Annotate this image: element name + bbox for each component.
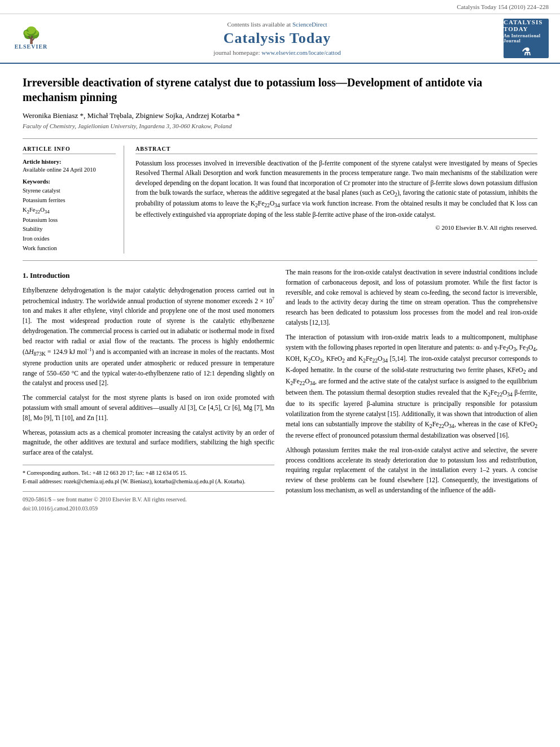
- article-info-abstract: ARTICLE INFO Article history: Available …: [23, 146, 537, 254]
- journal-citation: Catalysis Today 154 (2010) 224–228: [457, 3, 549, 10]
- contents-line: Contents lists available at ScienceDirec…: [227, 21, 327, 28]
- intro-heading: 1. Introduction: [23, 270, 274, 281]
- keyword-6: Iron oxides: [23, 234, 116, 244]
- homepage-url[interactable]: www.elsevier.com/locate/cattod: [261, 49, 340, 56]
- elsevier-tree-icon: 🌳: [21, 28, 41, 43]
- right-para-3: Although potassium ferrites make the rea…: [286, 445, 537, 496]
- badge-subtitle: An International Journal: [504, 33, 549, 43]
- journal-homepage: journal homepage: www.elsevier.com/locat…: [213, 49, 340, 56]
- badge-title: CATALYSIS TODAY: [504, 19, 549, 32]
- article-info-label: ARTICLE INFO: [23, 146, 116, 154]
- abstract-text: Potassium loss processes involved in irr…: [135, 159, 537, 220]
- journal-title: Catalysis Today: [224, 30, 331, 47]
- history-value: Available online 24 April 2010: [23, 167, 116, 173]
- article-body: Irreversible deactivation of styrene cat…: [0, 64, 560, 524]
- journal-header: 🌳 ELSEVIER Contents lists available at S…: [0, 14, 560, 64]
- page: Catalysis Today 154 (2010) 224–228 🌳 ELS…: [0, 0, 560, 747]
- right-para-2: The interaction of potassium with iron-o…: [286, 333, 537, 441]
- doi-line: doi:10.1016/j.cattod.2010.03.059: [23, 504, 274, 513]
- body-col-left: 1. Introduction Ethylbenzene dehydrogena…: [23, 268, 274, 513]
- keyword-5: Stability: [23, 225, 116, 234]
- article-info-column: ARTICLE INFO Article history: Available …: [23, 146, 124, 254]
- abstract-column: ABSTRACT Potassium loss processes involv…: [135, 146, 537, 254]
- email-note: E-mail addresses: rozek@chemia.uj.edu.pl…: [23, 477, 274, 486]
- keyword-2: Potassium ferrites: [23, 196, 116, 206]
- catalysis-badge: CATALYSIS TODAY An International Journal…: [504, 19, 549, 58]
- body-col-right: The main reasons for the iron-oxide cata…: [286, 268, 537, 513]
- intro-para-3: Whereas, potassium acts as a chemical pr…: [23, 428, 274, 458]
- email-label: E-mail addresses:: [23, 478, 63, 484]
- corresponding-note: * Corresponding authors. Tel.: +48 12 66…: [23, 469, 274, 477]
- right-para-1: The main reasons for the iron-oxide cata…: [286, 268, 537, 328]
- keyword-7: Work function: [23, 244, 116, 254]
- intro-para-2: The commercial catalyst for the most sty…: [23, 393, 274, 423]
- elsevier-label: ELSEVIER: [15, 43, 48, 50]
- badge-icon: ⚗: [522, 46, 531, 58]
- keywords-list: Styrene catalyst Potassium ferrites K2Fe…: [23, 186, 116, 254]
- keyword-1: Styrene catalyst: [23, 186, 116, 196]
- divider-2: [23, 260, 537, 261]
- keyword-3: K2Fe22O34: [23, 206, 116, 216]
- journal-header-center: Contents lists available at ScienceDirec…: [56, 19, 498, 58]
- keyword-4: Potassium loss: [23, 216, 116, 225]
- usually-text: usually: [159, 404, 178, 411]
- email-values: rozek@chemia.uj.edu.pl (W. Bieniasz), ko…: [64, 478, 246, 484]
- copyright: © 2010 Elsevier B.V. All rights reserved…: [135, 224, 537, 231]
- issn-line: 0920-5861/$ – see front matter © 2010 El…: [23, 495, 274, 504]
- authors: Weronika Bieniasz *, Michał Trębala, Zbi…: [23, 111, 537, 120]
- abstract-label: ABSTRACT: [135, 146, 537, 154]
- footnotes: * Corresponding authors. Tel.: +48 12 66…: [23, 465, 274, 486]
- keywords-label: Keywords:: [23, 178, 116, 185]
- sciencedirect-link[interactable]: ScienceDirect: [292, 21, 327, 28]
- main-body: 1. Introduction Ethylbenzene dehydrogena…: [23, 268, 537, 513]
- article-title: Irreversible deactivation of styrene cat…: [23, 75, 537, 104]
- bottom-bar: 0920-5861/$ – see front matter © 2010 El…: [23, 491, 274, 513]
- journal-info-bar: Catalysis Today 154 (2010) 224–228: [0, 0, 560, 14]
- divider: [23, 138, 537, 139]
- history-label: Article history:: [23, 159, 116, 165]
- intro-para-1: Ethylbenzene dehydrogenation is the majo…: [23, 286, 274, 388]
- elsevier-logo: 🌳 ELSEVIER: [11, 19, 51, 58]
- affiliation: Faculty of Chemistry, Jagiellonian Unive…: [23, 123, 537, 129]
